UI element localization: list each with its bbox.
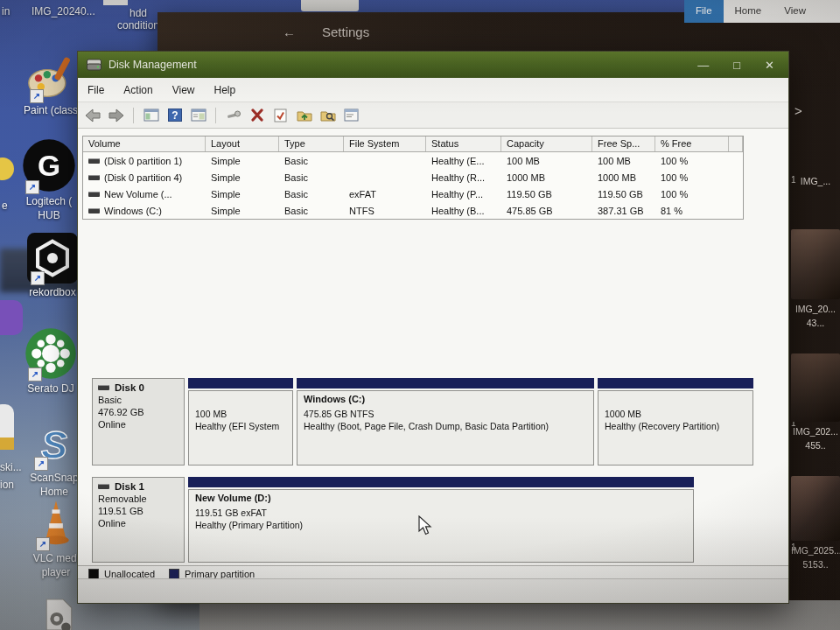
thumbnail-image — [791, 229, 840, 299]
col-pct-free[interactable]: % Free — [655, 136, 729, 151]
taskbar-area — [200, 600, 840, 630]
volume-icon — [88, 208, 100, 214]
photo-thumbnail[interactable]: IMG_20... 43... — [791, 229, 840, 331]
col-type[interactable]: Type — [279, 136, 344, 151]
legend-unallocated: Unallocated — [88, 569, 155, 579]
menu-action[interactable]: Action — [114, 84, 162, 96]
partition-efi[interactable]: 100 MB Healthy (EFI System — [188, 378, 293, 466]
volume-icon — [88, 175, 100, 180]
partial-label: ion — [0, 479, 14, 491]
menu-help[interactable]: Help — [205, 84, 246, 96]
toolbar: ? — [78, 102, 788, 129]
col-status[interactable]: Status — [426, 136, 501, 151]
ribbon-tab-file[interactable]: File — [684, 0, 724, 23]
chevron-right-icon[interactable]: > — [794, 103, 802, 118]
col-free-space[interactable]: Free Sp... — [592, 136, 655, 151]
folder-up-icon[interactable] — [295, 108, 313, 123]
window-title: Disk Management — [108, 59, 197, 71]
help-icon[interactable]: ? — [165, 108, 184, 123]
explorer-ribbon: File Home View — [684, 0, 840, 23]
partition-new-volume-d[interactable]: New Volume (D:) 119.51 GB exFAT Healthy … — [188, 477, 694, 563]
col-capacity[interactable]: Capacity — [501, 136, 592, 151]
partial-label: in — [2, 5, 10, 18]
window-fragment — [103, 0, 128, 5]
mouse-cursor — [418, 515, 434, 540]
table-row[interactable]: New Volume (... Simple Basic exFAT Healt… — [83, 186, 743, 202]
title-bar[interactable]: Disk Management — □ ✕ — [78, 52, 788, 78]
disk-management-app-icon — [87, 59, 102, 71]
table-row[interactable]: (Disk 0 partition 4) Simple Basic Health… — [83, 169, 743, 186]
table-row[interactable]: (Disk 0 partition 1) Simple Basic Health… — [83, 152, 743, 169]
partition-type-bar — [188, 378, 293, 388]
desktop-icon-hdd-condition[interactable]: hdd condition — [112, 7, 164, 32]
window-panel-icon[interactable] — [189, 108, 207, 123]
window-fragment — [301, 0, 359, 11]
close-button[interactable]: ✕ — [765, 59, 774, 72]
logitech-g-icon: G ↗ — [22, 138, 76, 192]
col-volume[interactable]: Volume — [83, 136, 206, 151]
back-arrow-icon[interactable]: ← — [283, 24, 296, 39]
properties-icon[interactable] — [342, 108, 360, 123]
ribbon-tab-home[interactable]: Home — [724, 0, 774, 23]
disk-0-info[interactable]: Disk 0 Basic 476.92 GB Online — [92, 378, 185, 466]
serato-dj-icon: ↗ — [24, 327, 77, 380]
partial-desktop-icon — [0, 438, 14, 450]
partial-label: e — [2, 200, 8, 212]
disk-icon — [98, 385, 109, 390]
legend-primary-partition: Primary partition — [169, 569, 255, 579]
photographed-desktop: in IMG_20240... hdd condition File Home … — [0, 0, 840, 630]
toolbar-separator — [215, 108, 216, 123]
partition-windows-c[interactable]: Windows (C:) 475.85 GB NTFS Healthy (Boo… — [297, 378, 594, 466]
shortcut-arrow-icon: ↗ — [36, 537, 50, 551]
volume-icon — [88, 192, 100, 197]
back-icon[interactable] — [83, 108, 102, 123]
svg-text:G: G — [38, 150, 60, 182]
minimize-button[interactable]: — — [697, 59, 709, 72]
col-empty — [729, 136, 743, 151]
partial-desktop-icon — [0, 300, 23, 335]
photo-thumbnail[interactable]: IMG_202... 455.. — [791, 354, 840, 453]
thumbnail-image — [791, 354, 840, 422]
disk-1-row: Disk 1 Removable 119.51 GB Online New Vo… — [92, 477, 694, 563]
validate-doc-icon[interactable] — [271, 108, 290, 123]
console-content: Volume Layout Type File System Status Ca… — [78, 129, 788, 579]
shortcut-arrow-icon: ↗ — [28, 368, 42, 382]
gear-file-icon[interactable] — [40, 598, 79, 630]
forward-icon[interactable] — [107, 108, 125, 123]
table-row[interactable]: Windows (C:) Simple Basic NTFS Healthy (… — [83, 202, 743, 219]
rekordbox-icon: ↗ — [27, 233, 78, 284]
settings-title: Settings — [322, 24, 369, 39]
col-file-system[interactable]: File System — [344, 136, 426, 151]
desktop-icon-img-label[interactable]: IMG_20240... — [32, 5, 95, 18]
status-bar — [78, 578, 788, 603]
ribbon-tab-view[interactable]: View — [773, 0, 817, 23]
maximize-button[interactable]: □ — [733, 59, 740, 72]
shortcut-arrow-icon: ↗ — [30, 89, 44, 103]
menu-bar: File Action View Help — [78, 78, 788, 102]
console-window-icon[interactable] — [142, 108, 160, 123]
col-layout[interactable]: Layout — [206, 136, 279, 151]
volume-list[interactable]: Volume Layout Type File System Status Ca… — [82, 136, 744, 220]
partition-type-bar — [598, 378, 753, 388]
partial-label: ski... — [0, 461, 22, 473]
folder-search-icon[interactable] — [318, 108, 337, 123]
unallocated-swatch — [88, 569, 99, 579]
menu-view[interactable]: View — [163, 84, 205, 96]
disk-1-info[interactable]: Disk 1 Removable 119.51 GB Online — [92, 477, 185, 563]
shortcut-arrow-icon: ↗ — [34, 457, 48, 471]
volume-list-header[interactable]: Volume Layout Type File System Status Ca… — [83, 136, 743, 152]
pointer-tool-icon[interactable] — [224, 108, 242, 123]
menu-file[interactable]: File — [78, 84, 114, 96]
desktop-icon-logitech-hub[interactable]: G ↗ Logitech (HUB — [10, 138, 88, 222]
thumbnail-image — [791, 476, 840, 541]
photo-thumbnail-label[interactable]: IMG_... — [791, 175, 840, 189]
partition-type-bar — [297, 378, 594, 388]
partition-recovery[interactable]: 1000 MB Healthy (Recovery Partition) — [598, 378, 753, 466]
photo-thumbnail[interactable]: IMG_2025... 5153.. — [791, 476, 840, 572]
vlc-cone-icon: ↗ — [32, 495, 80, 550]
toolbar-separator — [133, 108, 134, 123]
paint-palette-icon: ↗ — [26, 52, 75, 102]
shortcut-arrow-icon: ↗ — [31, 271, 45, 285]
delete-icon[interactable] — [248, 108, 266, 123]
disk-icon — [98, 484, 109, 489]
